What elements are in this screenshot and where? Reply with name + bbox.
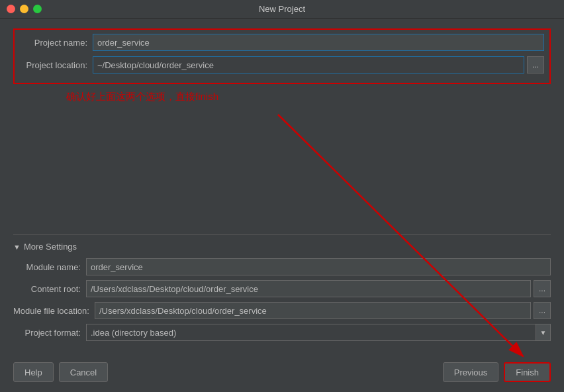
- cancel-button[interactable]: Cancel: [59, 362, 108, 382]
- module-name-input[interactable]: [86, 258, 551, 275]
- content-root-input-wrapper: ...: [86, 280, 551, 297]
- maximize-button[interactable]: [33, 5, 42, 13]
- module-file-location-label: Module file location:: [13, 306, 95, 316]
- more-settings-form: Module name: Content root: ... Module fi…: [13, 258, 551, 341]
- more-settings-label: More Settings: [24, 242, 77, 252]
- module-name-input-wrapper: [86, 258, 551, 275]
- project-location-browse-button[interactable]: ...: [527, 56, 544, 74]
- module-file-location-browse-button[interactable]: ...: [534, 302, 551, 319]
- project-location-label: Project location:: [20, 60, 93, 70]
- bottom-left-buttons: Help Cancel: [13, 362, 108, 382]
- content-root-label: Content root:: [13, 284, 86, 294]
- content-root-browse-button[interactable]: ...: [534, 280, 551, 297]
- annotation-text: 确认好上面这两个选项，直接finish: [66, 91, 551, 103]
- help-button[interactable]: Help: [13, 362, 54, 382]
- project-format-label: Project format:: [13, 328, 86, 338]
- dialog-title: New Project: [259, 4, 305, 14]
- close-button[interactable]: [7, 5, 15, 13]
- content-root-input[interactable]: [86, 280, 531, 297]
- project-format-row: Project format: ▼: [13, 324, 551, 341]
- middle-spacer: [13, 103, 551, 231]
- module-name-label: Module name:: [13, 262, 86, 272]
- project-name-label: Project name:: [20, 38, 93, 48]
- project-location-input[interactable]: [93, 56, 524, 74]
- project-location-row: Project location: ...: [20, 56, 544, 74]
- dialog-body: Project name: Project location: ... 确认好上…: [0, 19, 564, 392]
- title-bar: New Project: [0, 0, 564, 19]
- project-format-input-wrapper: ▼: [86, 324, 551, 341]
- more-settings-header[interactable]: ▼ More Settings: [13, 242, 551, 252]
- content-root-row: Content root: ...: [13, 280, 551, 297]
- more-settings-section: ▼ More Settings Module name: Content roo…: [13, 234, 551, 346]
- minimize-button[interactable]: [20, 5, 28, 13]
- project-name-row: Project name:: [20, 34, 544, 51]
- finish-button[interactable]: Finish: [504, 362, 551, 382]
- project-location-input-wrapper: ...: [93, 56, 544, 74]
- collapse-icon: ▼: [13, 243, 21, 251]
- bottom-bar: Help Cancel Previous Finish: [13, 356, 551, 382]
- project-name-input[interactable]: [93, 34, 544, 51]
- module-file-location-input-wrapper: ...: [95, 302, 551, 319]
- top-form-highlight: Project name: Project location: ...: [13, 28, 551, 84]
- bottom-right-buttons: Previous Finish: [443, 362, 551, 382]
- project-format-dropdown-button[interactable]: ▼: [536, 324, 551, 341]
- module-file-location-input[interactable]: [95, 302, 531, 319]
- project-name-input-wrapper: [93, 34, 544, 51]
- window-controls: [7, 5, 42, 13]
- module-name-row: Module name:: [13, 258, 551, 275]
- previous-button[interactable]: Previous: [443, 362, 499, 382]
- project-format-input[interactable]: [86, 324, 536, 341]
- module-file-location-row: Module file location: ...: [13, 302, 551, 319]
